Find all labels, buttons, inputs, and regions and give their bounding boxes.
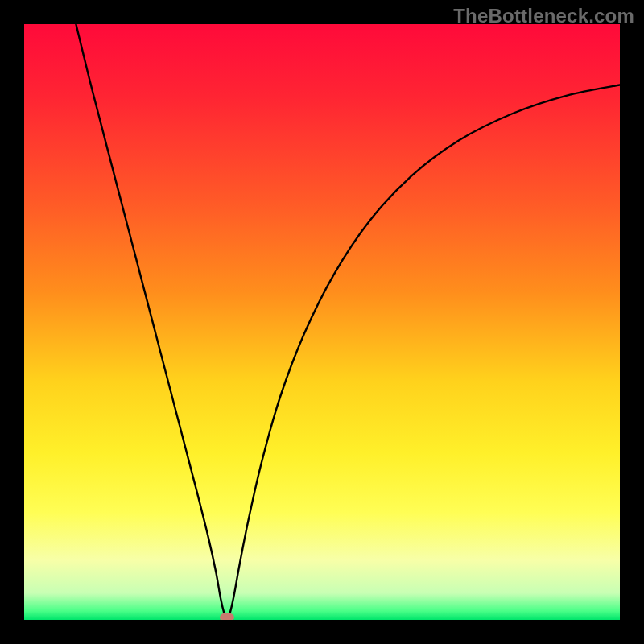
plot-area (24, 24, 620, 620)
minimum-marker (220, 613, 234, 620)
chart-frame: TheBottleneck.com (0, 0, 644, 644)
background-gradient (24, 24, 620, 620)
svg-rect-0 (24, 24, 620, 620)
watermark-label: TheBottleneck.com (453, 5, 634, 27)
